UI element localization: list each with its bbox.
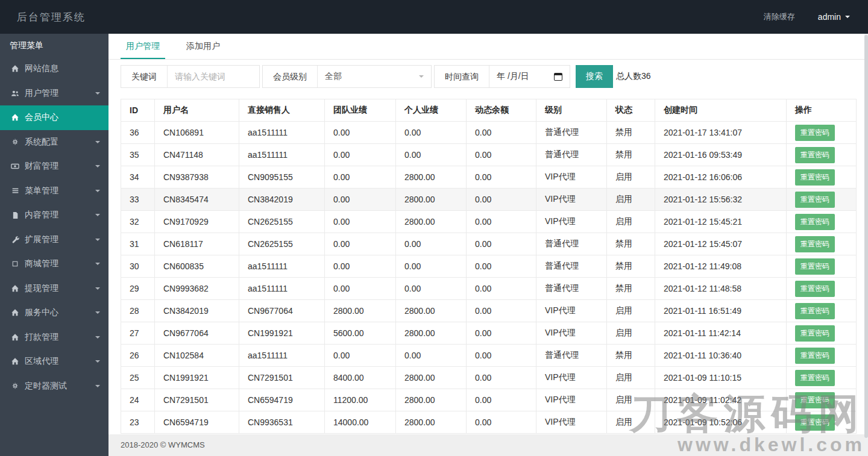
reset-password-button[interactable]: 重置密码 [795,325,835,342]
reset-password-button[interactable]: 重置密码 [795,236,835,252]
sidebar-item-7[interactable]: 内容管理 [0,203,108,228]
chevron-down-icon [95,190,100,195]
table-cell: 0.00 [325,189,396,211]
reset-password-button[interactable]: 重置密码 [795,125,835,141]
table-cell: VIP代理 [536,166,607,189]
total-count: 总人数36 [616,71,651,82]
home-icon [10,284,20,293]
table-row: 24CN7291501CN659471911200.002800.000.00V… [121,389,857,411]
table-cell: 27 [121,322,155,345]
sidebar-item-9[interactable]: 商城管理 [0,252,108,276]
table-cell: 33 [121,189,155,211]
sidebar-item-8[interactable]: 扩展管理 [0,228,108,252]
user-table-container: ID用户名直接销售人团队业绩个人业绩动态余额级别状态创建时间操作 36CN106… [121,99,857,434]
table-cell: VIP代理 [536,189,607,211]
sidebar-item-2[interactable]: 用户管理 [0,81,108,106]
sidebar-item-3[interactable]: 会员中心 [0,105,108,130]
table-cell: 2800.00 [325,300,396,322]
reset-password-button[interactable]: 重置密码 [795,392,835,408]
reset-password-button[interactable]: 重置密码 [795,303,835,319]
sidebar-item-1[interactable]: 网站信息 [0,57,108,81]
table-cell: 启用 [607,211,655,233]
reset-password-button[interactable]: 重置密码 [795,281,835,297]
table-cell: 0.00 [325,255,396,278]
sidebar-item-label: 会员中心 [25,112,100,123]
table-cell: CN8345474 [155,189,239,211]
calendar-icon[interactable] [554,73,562,81]
vertical-scrollbar[interactable] [864,34,868,456]
member-level-label: 会员级别 [263,66,318,87]
reset-password-button[interactable]: 重置密码 [795,192,835,208]
table-cell: 启用 [607,389,655,411]
table-cell-actions: 重置密码 [787,211,857,233]
main-content: 用户管理 添加用户 关键词 会员级别 全部 时间查询 [108,34,868,456]
date-input[interactable]: 年 /月/日 [489,66,570,87]
table-cell-actions: 重置密码 [787,367,857,389]
clear-cache-button[interactable]: 清除缓存 [764,11,795,22]
sidebar-item-label: 菜单管理 [25,186,95,196]
reset-password-button[interactable]: 重置密码 [795,214,835,230]
chevron-down-icon [95,311,100,316]
table-cell: CN9677064 [155,322,239,345]
table-cell: VIP代理 [536,211,607,233]
chevron-down-icon [95,165,100,170]
table-cell: 禁用 [607,345,655,367]
table-cell: 0.00 [396,233,467,255]
table-cell: 2021-01-11 11:42:14 [655,322,787,345]
copyright-text: 2018-2020 © WYMCMS [121,440,205,449]
search-button[interactable]: 搜索 [576,65,613,88]
table-row: 32CN9170929CN26251550.002800.000.00VIP代理… [121,211,857,233]
column-header: 操作 [787,99,857,122]
sidebar-item-14[interactable]: 定时器测试 [0,374,108,399]
reset-password-button[interactable]: 重置密码 [795,169,835,186]
table-cell: VIP代理 [536,411,607,434]
table-cell: 11200.00 [325,389,396,411]
table-cell: VIP代理 [536,367,607,389]
table-cell: 32 [121,211,155,233]
sidebar-item-4[interactable]: 系统配置 [0,130,108,155]
member-level-select[interactable]: 全部 [318,66,431,87]
table-cell: aa1511111 [239,144,325,166]
table-cell: CN3842019 [239,189,325,211]
table-cell: 禁用 [607,233,655,255]
reset-password-button[interactable]: 重置密码 [795,147,835,163]
keyword-input[interactable] [168,66,259,87]
table-header-row: ID用户名直接销售人团队业绩个人业绩动态余额级别状态创建时间操作 [121,99,857,122]
top-bar: 后台管理系统 清除缓存 admin [0,0,868,34]
table-cell: 2021-01-12 11:49:08 [655,255,787,278]
table-cell: 2800.00 [396,211,467,233]
list-icon [10,187,20,195]
table-cell-actions: 重置密码 [787,322,857,345]
reset-password-button[interactable]: 重置密码 [795,414,835,431]
table-row: 36CN106891aa15111110.000.000.00普通代理禁用202… [121,122,857,144]
table-cell: 0.00 [467,166,536,189]
column-header: 状态 [607,99,655,122]
chevron-down-icon [95,287,100,292]
sidebar-item-12[interactable]: 打款管理 [0,325,108,350]
table-cell: 0.00 [467,345,536,367]
admin-menu[interactable]: admin [818,12,850,22]
table-cell: 2800.00 [396,166,467,189]
tab-add-user[interactable]: 添加用户 [181,34,225,59]
sidebar-item-6[interactable]: 菜单管理 [0,179,108,204]
table-cell: 0.00 [467,389,536,411]
keyword-label: 关键词 [121,66,168,87]
table-cell: 0.00 [467,322,536,345]
sidebar-item-10[interactable]: 提现管理 [0,276,108,301]
table-cell: CN9387938 [155,166,239,189]
scrollbar-thumb[interactable] [864,35,868,438]
table-cell: 0.00 [467,211,536,233]
sidebar-item-5[interactable]: 财富管理 [0,154,108,179]
sidebar-item-11[interactable]: 服务中心 [0,301,108,325]
user-table: ID用户名直接销售人团队业绩个人业绩动态余额级别状态创建时间操作 36CN106… [121,99,857,434]
table-cell: 2800.00 [396,389,467,411]
table-cell: 29 [121,278,155,300]
reset-password-button[interactable]: 重置密码 [795,258,835,275]
money-icon [10,162,20,170]
tab-user-management[interactable]: 用户管理 [121,34,165,59]
sidebar-item-13[interactable]: 区域代理 [0,349,108,374]
reset-password-button[interactable]: 重置密码 [795,348,835,364]
table-cell: 0.00 [467,144,536,166]
table-cell: CN7291501 [239,367,325,389]
reset-password-button[interactable]: 重置密码 [795,370,835,386]
